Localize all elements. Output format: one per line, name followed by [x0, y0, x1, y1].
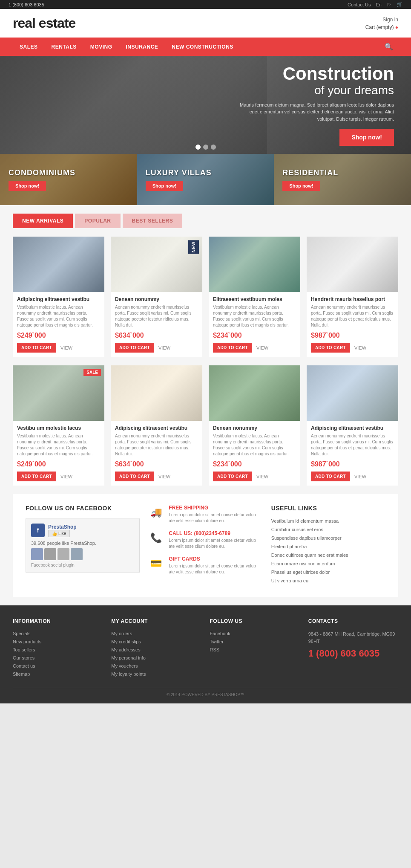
footer-link-my-addresses[interactable]: My addresses [111, 647, 140, 652]
tab-new-arrivals[interactable]: NEW ARRIVALS [13, 214, 73, 228]
useful-link-6[interactable]: Etiam ornare nisi non interdum [271, 561, 335, 566]
hero-content: Construction of your dreams Mauris ferme… [236, 64, 411, 146]
product-price-2: $634`000 [115, 332, 198, 339]
footer-information-title: INFORMATION [13, 618, 103, 624]
add-to-cart-button-4[interactable]: ADD TO CART [311, 343, 350, 353]
product-price-3: $234`000 [213, 332, 296, 339]
footer-link-top-sellers[interactable]: Top sellers [13, 647, 35, 652]
nav-sales[interactable]: SALES [13, 39, 45, 55]
cart-dot: ● [395, 24, 398, 30]
tab-best-sellers[interactable]: BEST SELLERS [123, 214, 183, 228]
footer-phone: 1 (800) 603 6035 [308, 648, 398, 659]
top-bar: 1 (800) 603 6035 Contact Us En 🏳 🛒 [0, 0, 411, 9]
category-btn-1[interactable]: Shop now! [9, 181, 46, 191]
nav-rentals[interactable]: RENTALS [45, 39, 83, 55]
useful-link-3[interactable]: Suspendisse dapibus ullamcorper [271, 535, 342, 541]
view-link-1[interactable]: VIEW [60, 345, 72, 350]
fb-like-button[interactable]: 👍 Like [48, 530, 70, 537]
footer-link-my-personal-info[interactable]: My personal info [111, 655, 146, 660]
add-to-cart-button-3[interactable]: ADD TO CART [213, 343, 252, 353]
add-to-cart-button-1[interactable]: ADD TO CART [17, 343, 56, 353]
view-link-2[interactable]: VIEW [158, 345, 170, 350]
product-image-8 [307, 365, 398, 421]
product-info-4: Hendrerit mauris hasellus port Aenean no… [307, 292, 398, 357]
tab-popular[interactable]: POPULAR [75, 214, 120, 228]
product-desc-4: Aenean nonummy endrerit maurisselus port… [311, 304, 394, 328]
product-info-5: Vestibu um molestie lacus Vestibulum mol… [13, 421, 104, 486]
product-info-2: Denean nonummy Aenean nonummy endrerit m… [111, 292, 202, 357]
header: real estate Sign in Cart (empty) ● [0, 9, 411, 38]
footer-link-sitemap[interactable]: Sitemap [13, 671, 30, 677]
footer-link-my-orders[interactable]: My orders [111, 631, 132, 636]
footer-link-twitter[interactable]: Twitter [210, 639, 224, 644]
shipping-title: FREE SHIPPING [169, 505, 262, 511]
add-to-cart-button-5[interactable]: ADD TO CART [17, 472, 56, 481]
view-link-5[interactable]: VIEW [60, 474, 72, 479]
footer-link-my-loyalty-points[interactable]: My loyalty points [111, 671, 146, 677]
footer-link-my-credit-slips[interactable]: My credit slips [111, 639, 141, 644]
product-card-4: Hendrerit mauris hasellus port Aenean no… [307, 237, 398, 357]
useful-link-4[interactable]: Eleifend pharetra [271, 544, 307, 549]
add-to-cart-button-7[interactable]: ADD TO CART [213, 472, 252, 481]
gift-icon: 💳 [148, 556, 164, 571]
truck-icon: 🚚 [148, 505, 164, 520]
footer-link-rss[interactable]: RSS [210, 647, 220, 652]
useful-link-2[interactable]: Curabitur cursus vel eros [271, 527, 323, 532]
product-card-2: NEW Denean nonummy Aenean nonummy endrer… [111, 237, 202, 357]
useful-link-1[interactable]: Vestibulum id elementum massa [271, 518, 339, 524]
footer-my-account: MY ACCOUNT My orders My credit slips My … [111, 618, 201, 679]
footer-link-new-products[interactable]: New products [13, 639, 41, 644]
search-icon[interactable]: 🔍 [379, 38, 398, 56]
category-btn-3[interactable]: Shop now! [282, 181, 320, 191]
fb-avatar-2 [44, 548, 56, 560]
category-btn-2[interactable]: Shop now! [146, 181, 183, 191]
product-image-6 [111, 365, 202, 421]
badge-sale-5: SALE [83, 369, 101, 376]
lang-selector[interactable]: En [376, 2, 382, 7]
fb-count: 39,608 people like PrestaShop. [31, 541, 134, 546]
list-item: Vestibulum id elementum massa [271, 518, 385, 524]
logo[interactable]: real estate [13, 15, 75, 31]
add-to-cart-button-8[interactable]: ADD TO CART [311, 472, 350, 481]
useful-link-7[interactable]: Phasellus eget ultrices dolor [271, 570, 330, 575]
hero-dot-3[interactable] [211, 145, 216, 150]
product-desc-8: Aenean nonummy endrerit maurisselus port… [311, 433, 394, 457]
footer-link-facebook[interactable]: Facebook [210, 631, 230, 636]
footer-link-specials[interactable]: Specials [13, 631, 31, 636]
sign-in-link[interactable]: Sign in [365, 17, 398, 23]
useful-link-8[interactable]: Ut viverra urna eu [271, 578, 308, 583]
nav-insurance[interactable]: INSURANCE [119, 39, 165, 55]
facebook-box: f PrestaShop 👍 Like 39,608 people like P… [26, 518, 140, 573]
product-grid-row1: Adipiscing elitraesent vestibu Vestibulu… [13, 237, 398, 357]
view-link-6[interactable]: VIEW [158, 474, 170, 479]
footer-information: INFORMATION Specials New products Top se… [13, 618, 103, 679]
footer-link-our-stores[interactable]: Our stores [13, 655, 34, 660]
facebook-section: FOLLOW US ON FACEBOOK f PrestaShop 👍 Lik… [26, 505, 140, 586]
footer-link-my-vouchers[interactable]: My vouchers [111, 663, 138, 668]
useful-link-5[interactable]: Donec cultirces quam nec erat males [271, 553, 348, 558]
product-card-5: SALE Vestibu um molestie lacus Vestibulu… [13, 365, 104, 486]
product-name-5: Vestibu um molestie lacus [17, 425, 100, 431]
hero-dot-1[interactable] [195, 145, 201, 150]
footer-my-account-links: My orders My credit slips My addresses M… [111, 631, 201, 677]
view-link-3[interactable]: VIEW [256, 345, 268, 350]
nav-moving[interactable]: MOVING [83, 39, 119, 55]
cart-icon[interactable]: 🛒 [397, 2, 402, 7]
footer-link-contact-us[interactable]: Contact us [13, 663, 35, 668]
product-price-7: $234`000 [213, 460, 296, 468]
hero-dot-2[interactable] [203, 145, 208, 150]
category-banner-villas: LUXURY VILLAS Shop now! [137, 154, 274, 205]
product-desc-1: Vestibulum molestie lacus. Aenean nonumm… [17, 304, 100, 328]
view-link-8[interactable]: VIEW [354, 474, 366, 479]
view-link-7[interactable]: VIEW [256, 474, 268, 479]
hero-cta-button[interactable]: Shop now! [339, 129, 394, 146]
category-title-1: CONDOMINIUMS [9, 168, 129, 177]
add-to-cart-button-6[interactable]: ADD TO CART [115, 472, 154, 481]
fb-avatar-3 [57, 548, 69, 560]
view-link-4[interactable]: VIEW [354, 345, 366, 350]
add-to-cart-button-2[interactable]: ADD TO CART [115, 343, 154, 353]
top-bar-right: Contact Us En 🏳 🛒 [348, 2, 402, 7]
contact-us-link[interactable]: Contact Us [348, 2, 371, 7]
product-image-1 [13, 237, 104, 292]
nav-new-constructions[interactable]: NEW CONSTRUCTIONS [165, 39, 240, 55]
